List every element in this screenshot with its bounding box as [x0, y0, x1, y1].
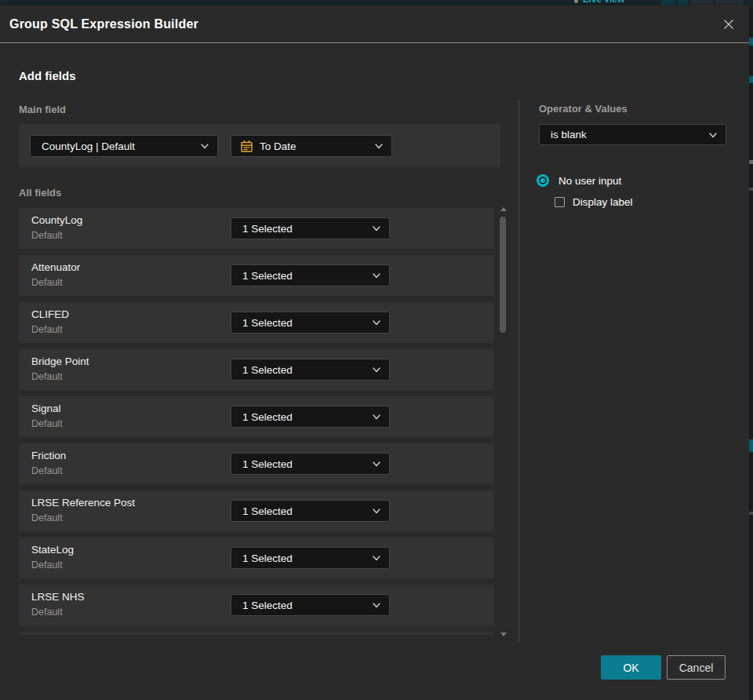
field-selection-select[interactable]: 1 Selected [231, 406, 390, 428]
background-button-fragment [678, 0, 688, 5]
field-row: Bridge Point Default 1 Selected [19, 349, 494, 390]
background-button-fragment [690, 0, 713, 5]
field-sublabel: Default [31, 277, 63, 288]
field-selection-select[interactable]: 1 Selected [231, 359, 390, 381]
field-selection-value: 1 Selected [242, 265, 293, 286]
background-fragment [749, 188, 753, 191]
field-name: LRSE NHS [31, 591, 85, 603]
field-selection-value: 1 Selected [242, 548, 293, 568]
dialog-title: Group SQL Expression Builder [9, 5, 198, 43]
field-name: Attenuator [31, 261, 80, 273]
field-name: LRSE Reference Post [31, 497, 135, 509]
field-name: CLIFED [31, 308, 69, 320]
chevron-down-icon [373, 509, 380, 514]
scroll-down-arrow-icon[interactable] [500, 633, 507, 636]
background-toolbar: Live view [0, 0, 753, 5]
field-sublabel: Default [31, 324, 63, 335]
chevron-down-icon [373, 603, 380, 608]
partial-next-row [19, 632, 494, 635]
main-field-panel: CountyLog | Default To Date [19, 124, 500, 167]
no-user-input-label: No user input [558, 175, 621, 187]
field-row: Friction Default 1 Selected [19, 443, 494, 484]
checkbox-unchecked-icon [555, 197, 565, 207]
display-label-checkbox[interactable]: Display label [555, 196, 633, 208]
live-view-label: Live view [583, 0, 624, 5]
field-row: StateLog Default 1 Selected [19, 538, 494, 578]
background-fragment [749, 439, 753, 452]
background-button-fragment [715, 0, 744, 5]
all-fields-label: All fields [19, 187, 61, 199]
chevron-down-icon [373, 273, 380, 279]
field-selection-value: 1 Selected [242, 454, 293, 474]
live-view-dot-icon [574, 0, 578, 3]
operator-values-label: Operator & Values [539, 103, 628, 115]
field-row: Signal Default 1 Selected [19, 396, 494, 437]
field-name: CountyLog [31, 214, 82, 226]
field-name: Bridge Point [31, 355, 89, 367]
dialog-title-bar: Group SQL Expression Builder [0, 5, 749, 43]
radio-selected-icon [537, 174, 549, 187]
panel-divider [518, 100, 519, 643]
main-field-select[interactable]: CountyLog | Default [30, 135, 218, 157]
field-selection-value: 1 Selected [242, 595, 293, 615]
field-selection-value: 1 Selected [242, 359, 293, 380]
field-row: LRSE NHS Default 1 Selected [19, 585, 494, 625]
field-selection-select[interactable]: 1 Selected [231, 594, 390, 616]
main-field-type-value: To Date [260, 136, 296, 156]
field-name: StateLog [31, 544, 74, 556]
add-fields-heading: Add fields [19, 69, 76, 82]
field-sublabel: Default [31, 560, 63, 571]
operator-select-value: is blank [551, 125, 587, 144]
field-name: Signal [31, 403, 61, 414]
field-name: Friction [31, 450, 66, 461]
scrollbar-thumb[interactable] [500, 217, 506, 333]
field-row: LRSE Reference Post Default 1 Selected [19, 490, 494, 531]
field-sublabel: Default [31, 512, 63, 523]
field-selection-select[interactable]: 1 Selected [231, 312, 390, 334]
field-selection-select[interactable]: 1 Selected [231, 547, 390, 569]
calendar-icon [240, 140, 253, 153]
field-selection-select[interactable]: 1 Selected [231, 217, 390, 239]
fields-list-scrollbar[interactable] [499, 206, 507, 638]
field-sublabel: Default [31, 465, 63, 476]
field-sublabel: Default [31, 418, 63, 429]
operator-select[interactable]: is blank [539, 124, 726, 145]
no-user-input-radio[interactable]: No user input [537, 174, 621, 187]
background-fragment [749, 76, 753, 83]
chevron-down-icon [373, 367, 380, 373]
field-selection-value: 1 Selected [242, 407, 293, 427]
background-button-fragment [661, 0, 675, 5]
chevron-down-icon [373, 226, 380, 232]
background-right-edge [749, 5, 753, 700]
field-selection-value: 1 Selected [242, 501, 293, 521]
chevron-down-icon [373, 320, 380, 326]
group-sql-expression-builder-dialog: Group SQL Expression Builder Add fields … [0, 5, 749, 700]
main-field-select-value: CountyLog | Default [42, 136, 135, 156]
field-selection-select[interactable]: 1 Selected [231, 453, 390, 475]
live-view-indicator: Live view [574, 0, 624, 5]
ok-button[interactable]: OK [601, 655, 661, 680]
field-row: CLIFED Default 1 Selected [19, 302, 494, 343]
chevron-down-icon [375, 144, 383, 149]
field-row: CountyLog Default 1 Selected [19, 208, 494, 249]
main-field-type-select[interactable]: To Date [231, 135, 392, 157]
chevron-down-icon [709, 133, 717, 138]
background-fragment [749, 38, 753, 46]
display-label-text: Display label [573, 196, 633, 208]
chevron-down-icon [201, 144, 209, 149]
field-row: Attenuator Default 1 Selected [19, 255, 494, 296]
close-button[interactable] [721, 16, 737, 32]
chevron-down-icon [373, 461, 380, 467]
field-selection-value: 1 Selected [242, 218, 293, 239]
background-fragment [749, 512, 753, 515]
main-field-label: Main field [19, 104, 66, 115]
scroll-up-arrow-icon[interactable] [500, 207, 507, 211]
field-selection-select[interactable]: 1 Selected [231, 500, 390, 522]
chevron-down-icon [373, 414, 380, 420]
field-sublabel: Default [31, 230, 63, 241]
field-selection-value: 1 Selected [242, 312, 293, 333]
cancel-button[interactable]: Cancel [667, 655, 726, 680]
field-sublabel: Default [31, 607, 63, 618]
field-selection-select[interactable]: 1 Selected [231, 264, 390, 286]
field-sublabel: Default [31, 371, 63, 382]
